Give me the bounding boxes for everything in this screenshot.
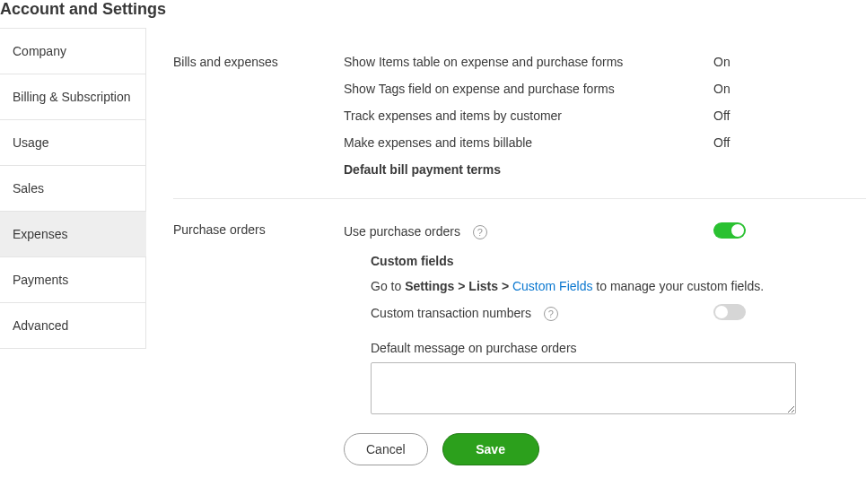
custom-fields-hint: Go to Settings > Lists > Custom Fields t…: [371, 279, 857, 293]
help-icon[interactable]: ?: [544, 307, 558, 321]
sidebar-item-sales[interactable]: Sales: [0, 165, 146, 211]
setting-make-billable: Make expenses and items billable Off: [344, 135, 857, 150]
toggle-use-purchase-orders[interactable]: [713, 222, 746, 239]
section-heading-po: Purchase orders: [173, 222, 344, 465]
settings-sidebar: Company Billing & Subscription Usage Sal…: [0, 28, 146, 503]
default-message-label: Default message on purchase orders: [371, 341, 857, 355]
setting-value: On: [713, 82, 857, 96]
help-icon[interactable]: ?: [473, 225, 487, 239]
section-purchase-orders: Purchase orders Use purchase orders ? Cu…: [173, 198, 866, 487]
sidebar-item-payments[interactable]: Payments: [0, 256, 146, 302]
setting-show-tags-field: Show Tags field on expense and purchase …: [344, 82, 857, 96]
setting-track-by-customer: Track expenses and items by customer Off: [344, 109, 857, 123]
cancel-button[interactable]: Cancel: [344, 433, 428, 465]
settings-main: Bills and expenses Show Items table on e…: [146, 28, 866, 503]
sidebar-item-usage[interactable]: Usage: [0, 119, 146, 165]
sidebar-item-expenses[interactable]: Expenses: [0, 211, 146, 256]
setting-value: Off: [713, 135, 857, 150]
section-heading-bills: Bills and expenses: [173, 55, 344, 177]
setting-custom-transaction-numbers: Custom transaction numbers ?: [371, 304, 857, 323]
layout: Company Billing & Subscription Usage Sal…: [0, 28, 866, 503]
custom-fields-block: Custom fields Go to Settings > Lists > C…: [344, 254, 857, 465]
sidebar-item-billing[interactable]: Billing & Subscription: [0, 74, 146, 119]
setting-show-items-table: Show Items table on expense and purchase…: [344, 55, 857, 69]
setting-default-bill-terms: Default bill payment terms: [344, 162, 857, 177]
button-row: Cancel Save: [344, 433, 857, 465]
page-title: Account and Settings: [0, 0, 866, 28]
default-message-textarea[interactable]: [371, 362, 796, 414]
setting-value: Off: [713, 109, 857, 123]
save-button[interactable]: Save: [442, 433, 539, 465]
setting-value: On: [713, 55, 857, 69]
section-bills-expenses: Bills and expenses Show Items table on e…: [173, 55, 866, 198]
setting-use-purchase-orders: Use purchase orders ?: [344, 222, 857, 241]
sidebar-item-company[interactable]: Company: [0, 28, 146, 74]
toggle-custom-transaction-numbers[interactable]: [713, 304, 746, 320]
custom-fields-link[interactable]: Custom Fields: [512, 279, 592, 293]
custom-fields-heading: Custom fields: [371, 254, 857, 268]
sidebar-item-advanced[interactable]: Advanced: [0, 302, 146, 349]
